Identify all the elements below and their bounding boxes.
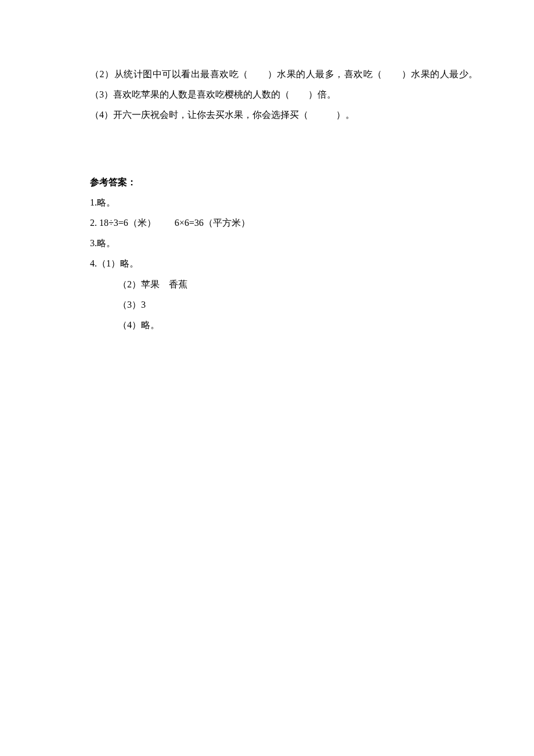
answer-4-3: （3）3 (90, 294, 459, 315)
answer-1: 1.略。 (90, 192, 459, 213)
question-4: （4）开六一庆祝会时，让你去买水果，你会选择买（ ）。 (90, 105, 459, 125)
answer-3: 3.略。 (90, 233, 459, 253)
answers-heading: 参考答案： (90, 172, 459, 192)
answer-4-4: （4）略。 (90, 315, 459, 335)
answer-2: 2. 18÷3=6（米） 6×6=36（平方米） (90, 213, 459, 233)
question-2: （2）从统计图中可以看出最喜欢吃（ ）水果的人最多，喜欢吃（ ）水果的人最少。 (90, 64, 459, 84)
answer-4-2: （2）苹果 香蕉 (90, 274, 459, 294)
answer-4-1: 4.（1）略。 (90, 253, 459, 273)
question-3: （3）喜欢吃苹果的人数是喜欢吃樱桃的人数的（ ）倍。 (90, 84, 459, 105)
